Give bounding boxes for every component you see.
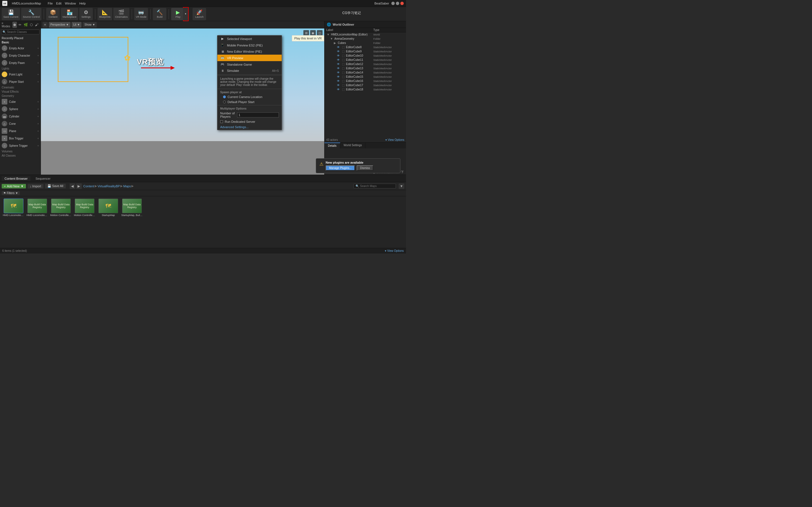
outliner-row-arena[interactable]: ▼ ArenaGeometry Folder [324, 37, 406, 41]
place-item-empty-pawn[interactable]: ○ Empty Pawn + [0, 59, 41, 66]
place-item-point-light[interactable]: ○ Point Light + [0, 71, 41, 78]
place-item-sphere-trigger[interactable]: ○ Sphere Trigger + [0, 142, 41, 149]
cb-back-btn[interactable]: ◀ [70, 183, 75, 189]
perspective-btn[interactable]: Perspective ▼ [49, 22, 70, 27]
spawn-default-player[interactable]: Default Player Start [217, 100, 282, 105]
dropdown-mobile-preview[interactable]: 📱 Mobile Preview ES2 (PIE) [217, 42, 282, 48]
viewport-icon-grid[interactable]: ⊞ [303, 30, 309, 36]
source-control-button[interactable]: 🔧 Source Control [21, 8, 42, 20]
section-all-classes[interactable]: All Classes [0, 154, 41, 158]
outliner-row-cube11[interactable]: 👁 ⬚ EditorCube11 StaticMeshActor [324, 58, 406, 62]
cb-asset-startup-map[interactable]: 🗺 StartupMap [97, 199, 119, 217]
play-dropdown-arrow[interactable]: ▼ [183, 8, 188, 20]
section-basic[interactable]: Basic [0, 40, 41, 45]
cb-asset-hmd-locomotion[interactable]: 🗺 HMD Locomotion Map [2, 199, 25, 217]
maximize-button[interactable] [396, 2, 399, 5]
cb-search-input[interactable] [360, 184, 394, 187]
viewport-options-btn[interactable]: ≡ [43, 22, 48, 27]
outliner-row-cube16[interactable]: 👁 ⬚ EditorCube16 StaticMeshActor [324, 79, 406, 83]
cb-tab-sequencer[interactable]: Sequencer [33, 176, 53, 181]
cb-breadcrumb-content[interactable]: Content [84, 184, 94, 188]
section-cinematic[interactable]: Cinematic [0, 86, 41, 90]
place-item-empty-actor[interactable]: ○ Empty Actor + [0, 45, 41, 52]
cb-filters-btn[interactable]: ⚑ Filters ▼ [2, 191, 20, 195]
outliner-row-cube9[interactable]: 👁 ⬚ EditorCube9 StaticMeshActor [324, 49, 406, 54]
viewport-icon-camera[interactable]: ◉ [310, 30, 316, 36]
show-btn[interactable]: Show ▼ [83, 22, 97, 27]
outliner-row-cube15[interactable]: 👁 ⬚ EditorCube15 StaticMeshActor [324, 75, 406, 79]
outliner-row-cube17[interactable]: 👁 ⬚ EditorCube17 StaticMeshActor [324, 83, 406, 87]
cb-tab-content[interactable]: Content Browser [2, 176, 31, 181]
tab-world-settings[interactable]: World Settings [340, 143, 366, 149]
minimize-button[interactable] [391, 2, 395, 5]
place-item-sphere[interactable]: ○ Sphere + [0, 105, 41, 113]
place-item-cone[interactable]: △ Cone + [0, 120, 41, 127]
play-button[interactable]: ▶ Play [171, 8, 185, 20]
outliner-row-cubes[interactable]: ▶ Cubes Folder [324, 41, 406, 45]
dedicated-server-row[interactable]: Run Dedicated Server [217, 119, 282, 124]
section-visual-effects[interactable]: Visual Effects [0, 90, 41, 94]
blueprints-button[interactable]: 📐 Blueprints [98, 8, 112, 20]
dropdown-standalone-game[interactable]: 🎮 Standalone Game [217, 61, 282, 68]
menu-window[interactable]: Window [65, 2, 76, 5]
dropdown-simulate[interactable]: ⏸ Simulate Alt+S [217, 68, 282, 74]
save-all-button[interactable]: 💾 Save All [45, 184, 66, 188]
place-item-player-start[interactable]: △ Player Start + [0, 78, 41, 86]
spawn-camera-location[interactable]: Current Camera Location [217, 94, 282, 100]
dropdown-vr-preview[interactable]: 🥽 VR Preview [217, 55, 282, 61]
settings-button[interactable]: ⚙ Settings [79, 8, 93, 20]
marketplace-button[interactable]: 🏪 Marketplace [61, 8, 78, 20]
cb-breadcrumb-vrblueprint[interactable]: VirtualRealityBP [98, 184, 120, 188]
add-new-button[interactable]: + Add New ▼ [2, 184, 26, 188]
outliner-row-cube10[interactable]: 👁 ⬚ EditorCube10 StaticMeshActor [324, 54, 406, 58]
view-options-button[interactable]: ▾ View Options [386, 138, 404, 142]
cb-asset-motion-built[interactable]: Map Build Data Registry Motion Controlle… [73, 199, 96, 217]
content-button[interactable]: 📦 Content [46, 8, 60, 20]
save-current-button[interactable]: 💾 Save Current [2, 8, 20, 20]
outliner-row-cube18[interactable]: 👁 ⬚ EditorCube18 StaticMeshActor [324, 87, 406, 92]
cb-view-options-btn[interactable]: ▾ View Options [385, 249, 404, 252]
cb-asset-startup-built[interactable]: Map Build Data Registry StartupMap, Buil… [121, 199, 143, 217]
section-geometry[interactable]: Geometry [0, 94, 41, 98]
dismiss-button[interactable]: Dismiss [357, 165, 373, 171]
foliage-mode-icon[interactable]: 🌿 [23, 22, 28, 28]
dedicated-server-checkbox[interactable] [220, 120, 223, 123]
place-item-plane[interactable]: ▭ Plane + [0, 127, 41, 135]
cb-breadcrumb-maps[interactable]: Maps [123, 184, 131, 188]
section-volumes[interactable]: Volumes [0, 149, 41, 154]
place-search-input[interactable] [7, 31, 38, 34]
section-lights[interactable]: Lights [0, 66, 41, 71]
outliner-row-cube13[interactable]: 👁 ⬚ EditorCube13 StaticMeshActor [324, 66, 406, 70]
geometry-mode-icon[interactable]: ⬡ [29, 22, 34, 28]
num-players-input[interactable] [237, 112, 279, 117]
place-item-empty-character[interactable]: ○ Empty Character + [0, 52, 41, 59]
outliner-row-cube14[interactable]: 👁 ⬚ EditorCube14 StaticMeshActor [324, 70, 406, 75]
import-button[interactable]: ↓ Import [28, 184, 43, 188]
place-mode-icon[interactable]: ⊕ [12, 22, 17, 28]
outliner-row-cube12[interactable]: 👁 ⬚ EditorCube12 StaticMeshActor [324, 62, 406, 66]
vr-mode-button[interactable]: 🥽 VR Mode [134, 8, 148, 20]
cinematics-button[interactable]: 🎬 Cinematics [113, 8, 130, 20]
cb-asset-motion-controller[interactable]: Map Build Data Registry Motion Controlle… [50, 199, 72, 217]
outliner-row-root[interactable]: ▼ HMDLocomotionMap (Editor) World [324, 33, 406, 37]
menu-edit[interactable]: Edit [56, 2, 61, 5]
manage-plugins-button[interactable]: Manage Plugins... [326, 165, 355, 171]
menu-file[interactable]: File [48, 2, 53, 5]
tab-details[interactable]: Details [324, 143, 340, 149]
cb-asset-hmd-built[interactable]: Map Build Data Registry HMD LocomotionMa… [26, 199, 49, 217]
outliner-row-cube8[interactable]: 👁 ⬚ EditorCube8 StaticMeshActor [324, 45, 406, 49]
close-button[interactable] [400, 2, 404, 5]
menu-help[interactable]: Help [79, 2, 86, 5]
place-item-cylinder[interactable]: ▬ Cylinder + [0, 113, 41, 120]
build-button[interactable]: 🔨 Build [153, 8, 166, 20]
cb-search-options-btn[interactable]: ▼ [399, 183, 404, 189]
place-item-box-trigger[interactable]: ▪ Box Trigger + [0, 135, 41, 142]
lit-btn[interactable]: Lit ▼ [71, 22, 82, 27]
dropdown-new-editor-window[interactable]: 🖥 New Editor Window (PIE) [217, 48, 282, 55]
advanced-settings-btn[interactable]: Advanced Settings... [217, 124, 282, 130]
dropdown-selected-viewport[interactable]: ▶ Selected Viewport [217, 36, 282, 42]
viewport-icon-view[interactable]: ◫ [317, 30, 322, 36]
paint-mode-icon[interactable]: ✏ [18, 22, 22, 28]
place-item-cube[interactable]: ▪ Cube + [0, 98, 41, 105]
brush-mode-icon[interactable]: 🖌 [35, 22, 39, 28]
